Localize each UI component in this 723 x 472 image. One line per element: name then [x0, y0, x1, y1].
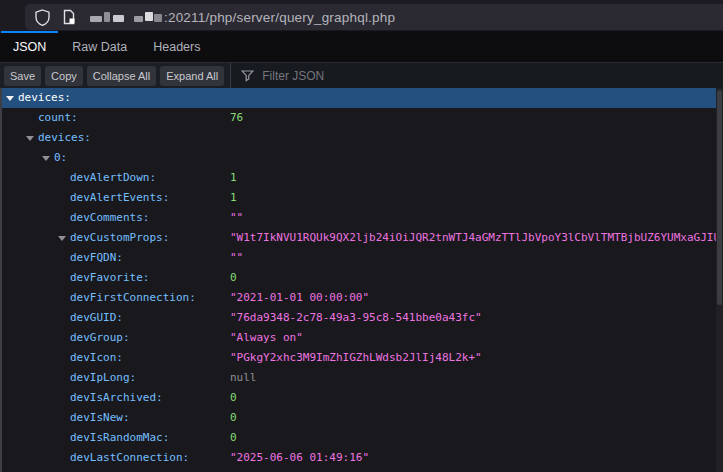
copy-button[interactable]: Copy — [45, 66, 83, 86]
page-info-icon[interactable] — [62, 9, 76, 25]
url-bar[interactable]: :20211/php/server/query_graphql.php — [25, 4, 723, 30]
redacted-host — [90, 12, 162, 22]
tree-row[interactable]: devIsRandomMac:0 — [2, 428, 716, 448]
json-key: devCustomProps: — [70, 228, 169, 248]
left-gutter — [0, 88, 2, 472]
browser-window: :20211/php/server/query_graphql.php JSON… — [0, 0, 723, 472]
tree-row[interactable]: devIcon:"PGkgY2xhc3M9ImZhIGZhLWdsb2JlIj4… — [2, 348, 716, 368]
tab-headers[interactable]: Headers — [140, 31, 213, 62]
tree-row[interactable]: devFirstConnection:"2021-01-01 00:00:00" — [2, 288, 716, 308]
json-key: devFavorite: — [70, 268, 149, 288]
json-value: 0 — [230, 428, 237, 448]
tree-row[interactable]: devCustomProps:"W1t7IkNVU1RQUk9QX2ljb24i… — [2, 228, 716, 248]
shield-icon[interactable] — [35, 9, 50, 26]
tree-row[interactable]: devGUID:"76da9348-2c78-49a3-95c8-541bbe0… — [2, 308, 716, 328]
tree-row[interactable]: devAlertEvents:1 — [2, 188, 716, 208]
vertical-scrollbar[interactable] — [716, 88, 723, 472]
json-value: 0 — [230, 388, 237, 408]
tree-row[interactable]: 0: — [2, 148, 716, 168]
tab-json[interactable]: JSON — [0, 31, 59, 62]
json-value: "76da9348-2c78-49a3-95c8-541bbe0a43fc" — [230, 308, 482, 328]
json-value: "2025-06-06 01:49:16" — [230, 448, 369, 468]
filter-funnel-icon — [241, 70, 254, 82]
active-tab-indicator — [1, 31, 58, 33]
json-value: 0 — [230, 268, 237, 288]
tree-row[interactable]: devLastConnection:"2025-06-06 01:49:16" — [2, 448, 716, 468]
tree-row[interactable]: devIsArchived:0 — [2, 388, 716, 408]
twisty-expanded-icon[interactable] — [42, 156, 50, 161]
json-key: devFQDN: — [70, 248, 123, 268]
json-value: "Always on" — [230, 328, 303, 348]
twisty-expanded-icon[interactable] — [26, 136, 34, 141]
twisty-expanded-icon[interactable] — [58, 236, 66, 241]
json-key: devIcon: — [70, 348, 123, 368]
browser-toolbar: :20211/php/server/query_graphql.php — [0, 0, 723, 31]
tree-row[interactable]: devComments:"" — [2, 208, 716, 228]
json-key: devices: — [38, 128, 91, 148]
expand-all-button[interactable]: Expand All — [160, 66, 224, 86]
json-key: devLastConnection: — [70, 448, 189, 468]
json-key: 0: — [54, 148, 67, 168]
viewer-tab-bar: JSON Raw Data Headers — [0, 31, 723, 62]
json-value: "2021-01-01 00:00:00" — [230, 288, 369, 308]
json-value: "" — [230, 248, 243, 268]
json-toolbar: Save Copy Collapse All Expand All — [0, 62, 723, 88]
json-key: devIsNew: — [70, 408, 130, 428]
save-button[interactable]: Save — [4, 66, 41, 86]
tree-row[interactable]: devAlertDown:1 — [2, 168, 716, 188]
url-text[interactable]: :20211/php/server/query_graphql.php — [164, 10, 395, 25]
tree-row[interactable]: devices: — [2, 88, 716, 108]
json-key: devGroup: — [70, 328, 130, 348]
tab-json-label: JSON — [13, 40, 46, 54]
json-value: 1 — [230, 188, 237, 208]
tree-row[interactable]: devIpLong:null — [2, 368, 716, 388]
json-key: devFirstConnection: — [70, 288, 196, 308]
tab-raw-data[interactable]: Raw Data — [59, 31, 140, 62]
json-value: "" — [230, 208, 243, 228]
tree-row[interactable]: devFQDN:"" — [2, 248, 716, 268]
tree-row[interactable]: devFavorite:0 — [2, 268, 716, 288]
tree-row[interactable]: devices: — [2, 128, 716, 148]
tab-headers-label: Headers — [153, 40, 200, 54]
scrollbar-thumb[interactable] — [717, 90, 722, 305]
tab-raw-data-label: Raw Data — [72, 40, 127, 54]
tree-row[interactable]: count:76 — [2, 108, 716, 128]
json-value: "W1t7IkNVU1RQUk9QX2ljb24iOiJQR2tnWTJ4aGM… — [230, 228, 716, 248]
json-key: devIsArchived: — [70, 388, 163, 408]
json-key: devGUID: — [70, 308, 123, 328]
json-value: 0 — [230, 408, 237, 428]
json-key: devAlertDown: — [70, 168, 156, 188]
tree-row[interactable]: devGroup:"Always on" — [2, 328, 716, 348]
json-value: 76 — [230, 108, 243, 128]
json-key: devIpLong: — [70, 368, 136, 388]
json-value: null — [230, 368, 257, 388]
twisty-expanded-icon[interactable] — [6, 96, 14, 101]
filter-json-input[interactable] — [262, 69, 462, 83]
json-value: 1 — [230, 168, 237, 188]
json-key: devIsRandomMac: — [70, 428, 169, 448]
tree-row[interactable]: devIsNew:0 — [2, 408, 716, 428]
filter-json-container — [230, 63, 723, 88]
json-value: "PGkgY2xhc3M9ImZhIGZhLWdsb2JlIj48L2k+" — [230, 348, 482, 368]
json-key: devAlertEvents: — [70, 188, 169, 208]
json-tree: devices:count:76devices:0:devAlertDown:1… — [2, 88, 716, 472]
collapse-all-button[interactable]: Collapse All — [87, 66, 156, 86]
json-key: count: — [38, 108, 78, 128]
json-key: devComments: — [70, 208, 149, 228]
json-key: devices: — [18, 88, 71, 108]
